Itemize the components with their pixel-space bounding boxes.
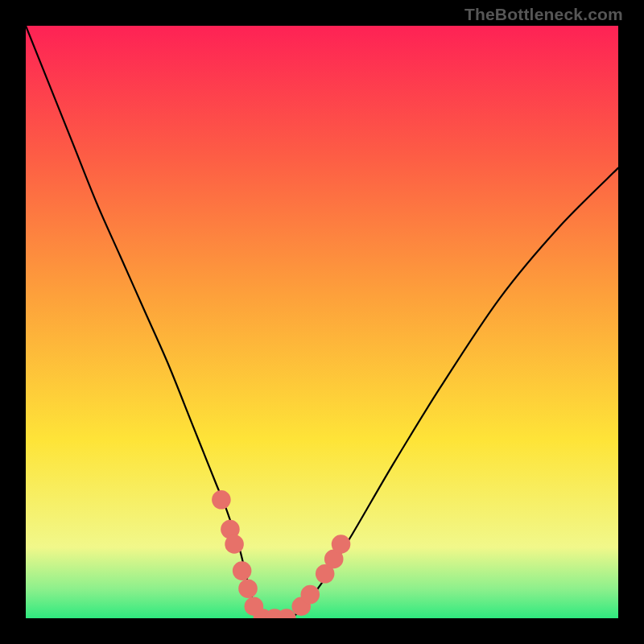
chart-svg (26, 26, 618, 618)
plot-area (26, 26, 618, 618)
gradient-background (26, 26, 618, 618)
marker-dot (212, 490, 231, 510)
marker-dot (225, 535, 244, 554)
marker-dot (238, 579, 258, 598)
chart-frame: TheBottleneck.com (0, 0, 644, 644)
marker-dot (332, 535, 351, 554)
marker-dot (233, 561, 252, 580)
marker-dot (301, 585, 320, 605)
watermark-text: TheBottleneck.com (464, 5, 623, 24)
